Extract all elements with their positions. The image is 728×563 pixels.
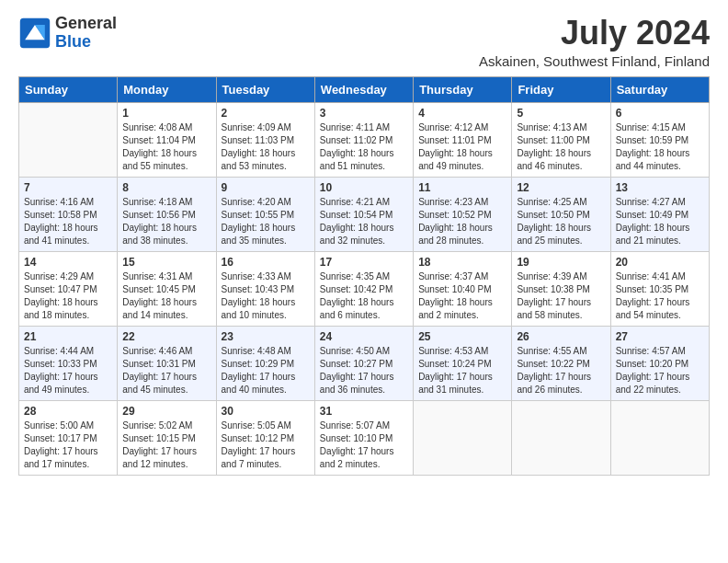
col-header-tuesday: Tuesday xyxy=(216,76,314,102)
col-header-monday: Monday xyxy=(118,76,216,102)
day-info: Sunrise: 4:39 AMSunset: 10:38 PMDaylight… xyxy=(517,270,605,322)
calendar-cell: 24Sunrise: 4:50 AMSunset: 10:27 PMDaylig… xyxy=(314,326,413,400)
location: Askainen, Southwest Finland, Finland xyxy=(479,53,710,69)
calendar-cell xyxy=(512,400,610,475)
col-header-wednesday: Wednesday xyxy=(314,76,413,102)
day-number: 10 xyxy=(320,181,408,194)
day-number: 12 xyxy=(517,181,605,194)
calendar-cell: 10Sunrise: 4:21 AMSunset: 10:54 PMDaylig… xyxy=(314,177,413,251)
day-number: 31 xyxy=(320,405,408,418)
calendar-cell: 23Sunrise: 4:48 AMSunset: 10:29 PMDaylig… xyxy=(216,326,314,400)
title-section: July 2024 Askainen, Southwest Finland, F… xyxy=(479,15,710,69)
day-info: Sunrise: 4:23 AMSunset: 10:52 PMDaylight… xyxy=(418,196,506,247)
calendar-cell: 2Sunrise: 4:09 AMSunset: 11:03 PMDayligh… xyxy=(216,102,314,177)
calendar-cell: 18Sunrise: 4:37 AMSunset: 10:40 PMDaylig… xyxy=(414,251,512,326)
day-info: Sunrise: 4:57 AMSunset: 10:20 PMDaylight… xyxy=(616,345,704,396)
month-year: July 2024 xyxy=(479,15,710,52)
calendar-cell: 3Sunrise: 4:11 AMSunset: 11:02 PMDayligh… xyxy=(314,102,413,177)
day-info: Sunrise: 4:09 AMSunset: 11:03 PMDaylight… xyxy=(222,121,310,173)
day-info: Sunrise: 5:00 AMSunset: 10:17 PMDaylight… xyxy=(24,419,112,471)
col-header-friday: Friday xyxy=(512,76,610,102)
logo-icon xyxy=(18,17,51,50)
day-info: Sunrise: 4:08 AMSunset: 11:04 PMDaylight… xyxy=(122,121,210,173)
day-number: 7 xyxy=(24,181,112,194)
week-row-2: 7Sunrise: 4:16 AMSunset: 10:58 PMDayligh… xyxy=(19,177,710,251)
calendar-cell: 16Sunrise: 4:33 AMSunset: 10:43 PMDaylig… xyxy=(216,251,314,326)
logo-blue-text: Blue xyxy=(55,33,117,52)
day-number: 23 xyxy=(222,330,310,343)
calendar-cell: 7Sunrise: 4:16 AMSunset: 10:58 PMDayligh… xyxy=(19,177,118,251)
day-number: 6 xyxy=(616,107,704,120)
calendar-cell: 14Sunrise: 4:29 AMSunset: 10:47 PMDaylig… xyxy=(19,251,118,326)
day-info: Sunrise: 4:15 AMSunset: 10:59 PMDaylight… xyxy=(616,121,704,173)
day-number: 22 xyxy=(122,330,210,343)
day-info: Sunrise: 4:12 AMSunset: 11:01 PMDaylight… xyxy=(418,121,506,173)
day-info: Sunrise: 4:13 AMSunset: 11:00 PMDaylight… xyxy=(517,121,605,173)
calendar-cell: 22Sunrise: 4:46 AMSunset: 10:31 PMDaylig… xyxy=(118,326,216,400)
logo-text: General Blue xyxy=(55,15,117,52)
calendar-cell xyxy=(414,400,512,475)
day-info: Sunrise: 4:11 AMSunset: 11:02 PMDaylight… xyxy=(320,121,408,173)
calendar-cell xyxy=(610,400,709,475)
day-info: Sunrise: 4:16 AMSunset: 10:58 PMDaylight… xyxy=(24,196,112,247)
calendar-cell xyxy=(19,102,118,177)
calendar-cell: 27Sunrise: 4:57 AMSunset: 10:20 PMDaylig… xyxy=(610,326,709,400)
calendar-cell: 28Sunrise: 5:00 AMSunset: 10:17 PMDaylig… xyxy=(19,400,118,475)
day-info: Sunrise: 4:48 AMSunset: 10:29 PMDaylight… xyxy=(222,345,310,396)
calendar-cell: 19Sunrise: 4:39 AMSunset: 10:38 PMDaylig… xyxy=(512,251,610,326)
day-info: Sunrise: 4:53 AMSunset: 10:24 PMDaylight… xyxy=(418,345,506,396)
day-info: Sunrise: 4:18 AMSunset: 10:56 PMDaylight… xyxy=(122,196,210,247)
day-info: Sunrise: 4:29 AMSunset: 10:47 PMDaylight… xyxy=(24,270,112,322)
week-row-5: 28Sunrise: 5:00 AMSunset: 10:17 PMDaylig… xyxy=(19,400,710,475)
day-number: 14 xyxy=(24,256,112,269)
day-number: 28 xyxy=(24,405,112,418)
header-row: SundayMondayTuesdayWednesdayThursdayFrid… xyxy=(19,76,710,102)
day-number: 11 xyxy=(418,181,506,194)
day-number: 5 xyxy=(517,107,605,120)
calendar-cell: 25Sunrise: 4:53 AMSunset: 10:24 PMDaylig… xyxy=(414,326,512,400)
day-number: 8 xyxy=(122,181,210,194)
day-info: Sunrise: 4:35 AMSunset: 10:42 PMDaylight… xyxy=(320,270,408,322)
calendar-cell: 8Sunrise: 4:18 AMSunset: 10:56 PMDayligh… xyxy=(118,177,216,251)
day-info: Sunrise: 4:33 AMSunset: 10:43 PMDaylight… xyxy=(222,270,310,322)
page: General Blue July 2024 Askainen, Southwe… xyxy=(0,0,728,563)
week-row-4: 21Sunrise: 4:44 AMSunset: 10:33 PMDaylig… xyxy=(19,326,710,400)
day-info: Sunrise: 4:46 AMSunset: 10:31 PMDaylight… xyxy=(122,345,210,396)
calendar-cell: 26Sunrise: 4:55 AMSunset: 10:22 PMDaylig… xyxy=(512,326,610,400)
col-header-sunday: Sunday xyxy=(19,76,118,102)
day-number: 27 xyxy=(616,330,704,343)
day-info: Sunrise: 4:50 AMSunset: 10:27 PMDaylight… xyxy=(320,345,408,396)
logo: General Blue xyxy=(18,15,117,52)
calendar-cell: 29Sunrise: 5:02 AMSunset: 10:15 PMDaylig… xyxy=(118,400,216,475)
calendar-cell: 20Sunrise: 4:41 AMSunset: 10:35 PMDaylig… xyxy=(610,251,709,326)
day-info: Sunrise: 5:02 AMSunset: 10:15 PMDaylight… xyxy=(122,419,210,471)
calendar-cell: 11Sunrise: 4:23 AMSunset: 10:52 PMDaylig… xyxy=(414,177,512,251)
calendar-table: SundayMondayTuesdayWednesdayThursdayFrid… xyxy=(18,76,710,476)
calendar-cell: 31Sunrise: 5:07 AMSunset: 10:10 PMDaylig… xyxy=(314,400,413,475)
day-number: 18 xyxy=(418,256,506,269)
day-number: 26 xyxy=(517,330,605,343)
day-number: 4 xyxy=(418,107,506,120)
day-number: 2 xyxy=(222,107,310,120)
col-header-saturday: Saturday xyxy=(610,76,709,102)
calendar-cell: 9Sunrise: 4:20 AMSunset: 10:55 PMDayligh… xyxy=(216,177,314,251)
calendar-cell: 17Sunrise: 4:35 AMSunset: 10:42 PMDaylig… xyxy=(314,251,413,326)
day-number: 29 xyxy=(122,405,210,418)
header: General Blue July 2024 Askainen, Southwe… xyxy=(18,15,710,69)
calendar-cell: 1Sunrise: 4:08 AMSunset: 11:04 PMDayligh… xyxy=(118,102,216,177)
day-number: 3 xyxy=(320,107,408,120)
calendar-cell: 30Sunrise: 5:05 AMSunset: 10:12 PMDaylig… xyxy=(216,400,314,475)
day-number: 9 xyxy=(222,181,310,194)
day-number: 17 xyxy=(320,256,408,269)
day-number: 30 xyxy=(222,405,310,418)
calendar-cell: 12Sunrise: 4:25 AMSunset: 10:50 PMDaylig… xyxy=(512,177,610,251)
day-info: Sunrise: 4:31 AMSunset: 10:45 PMDaylight… xyxy=(122,270,210,322)
calendar-cell: 21Sunrise: 4:44 AMSunset: 10:33 PMDaylig… xyxy=(19,326,118,400)
calendar-cell: 6Sunrise: 4:15 AMSunset: 10:59 PMDayligh… xyxy=(610,102,709,177)
day-info: Sunrise: 5:07 AMSunset: 10:10 PMDaylight… xyxy=(320,419,408,471)
calendar-cell: 15Sunrise: 4:31 AMSunset: 10:45 PMDaylig… xyxy=(118,251,216,326)
day-number: 25 xyxy=(418,330,506,343)
calendar-cell: 5Sunrise: 4:13 AMSunset: 11:00 PMDayligh… xyxy=(512,102,610,177)
day-info: Sunrise: 4:27 AMSunset: 10:49 PMDaylight… xyxy=(616,196,704,247)
day-number: 24 xyxy=(320,330,408,343)
